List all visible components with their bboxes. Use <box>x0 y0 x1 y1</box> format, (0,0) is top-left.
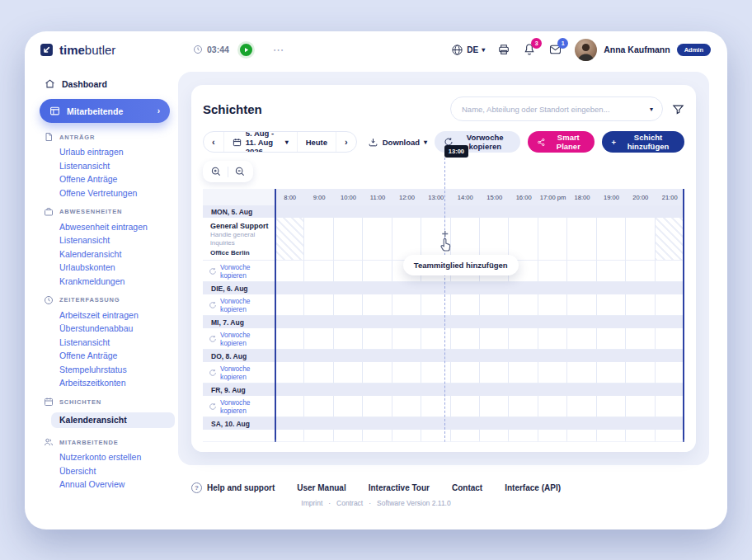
shift-cell[interactable] <box>304 328 333 350</box>
shift-cell[interactable] <box>567 396 596 417</box>
shift-cell[interactable] <box>626 396 655 417</box>
shift-cell[interactable] <box>363 396 392 417</box>
shift-cell[interactable] <box>275 294 304 316</box>
shift-cell[interactable] <box>597 261 626 282</box>
shift-cell[interactable] <box>421 396 450 417</box>
copy-previous-week-link[interactable]: Vorwoche kopieren <box>203 362 275 384</box>
contact-link[interactable]: Contact <box>452 483 482 492</box>
shift-cell[interactable] <box>626 294 655 316</box>
shift-cell[interactable] <box>304 430 333 442</box>
shift-cell[interactable] <box>509 218 538 261</box>
zoom-in-icon[interactable] <box>204 161 228 182</box>
search-input[interactable] <box>460 104 645 115</box>
copy-previous-week-link[interactable]: Vorwoche kopieren <box>203 261 275 282</box>
chevron-down-icon[interactable]: ▾ <box>650 106 653 113</box>
shift-cell[interactable] <box>597 430 626 442</box>
next-week-button[interactable]: › <box>336 132 356 152</box>
shift-cell[interactable] <box>363 430 392 442</box>
smart-planner-button[interactable]: Smart Planer <box>528 131 595 153</box>
shift-cell[interactable] <box>597 294 626 316</box>
shift-cell[interactable] <box>480 362 509 384</box>
shift-cell[interactable] <box>509 430 538 442</box>
sidebar-item-kalenderansicht-abwesenheiten[interactable]: Kalenderansicht <box>59 250 170 259</box>
shift-cell[interactable] <box>538 294 567 316</box>
sidebar-item-stempeluhrstatus[interactable]: Stempeluhrstatus <box>59 365 170 374</box>
shift-cell[interactable] <box>626 430 655 442</box>
shift-cell[interactable] <box>363 294 392 316</box>
shift-cell[interactable] <box>538 430 567 442</box>
shift-cell[interactable] <box>392 430 421 442</box>
shift-cell[interactable] <box>392 328 421 350</box>
sidebar-item-krankmeldungen[interactable]: Krankmeldungen <box>59 277 170 286</box>
shift-cell[interactable] <box>567 328 596 350</box>
filter-icon[interactable] <box>672 103 684 115</box>
shift-cell[interactable] <box>275 218 304 261</box>
shift-cell[interactable] <box>567 294 596 316</box>
shift-cell[interactable] <box>334 430 363 442</box>
shift-cell[interactable] <box>567 430 596 442</box>
shift-cell[interactable] <box>597 218 626 261</box>
copy-previous-week-link[interactable]: Vorwoche kopieren <box>203 396 275 417</box>
more-icon[interactable]: ⋯ <box>273 43 285 56</box>
shift-cell[interactable] <box>304 218 333 261</box>
messages-button[interactable]: 1 <box>548 43 562 56</box>
sidebar-item-listenansicht-antraege[interactable]: Listenansicht <box>59 162 170 171</box>
shift-cell[interactable] <box>656 218 684 261</box>
shift-cell[interactable] <box>304 396 333 417</box>
copy-previous-week-link[interactable]: Vorwoche kopieren <box>203 328 275 350</box>
brand-logo[interactable]: timebutler <box>40 43 170 57</box>
sidebar-item-abwesenheit-eintragen[interactable]: Abwesenheit eintragen <box>59 223 170 232</box>
shift-cell[interactable] <box>480 294 509 316</box>
shift-cell[interactable] <box>480 328 509 350</box>
shift-cell[interactable] <box>363 362 392 384</box>
sidebar-item-offene-antraege-zeit[interactable]: Offene Anträge <box>59 351 170 360</box>
sidebar-item-listenansicht-abwesenheiten[interactable]: Listenansicht <box>59 236 170 245</box>
shift-cell[interactable] <box>275 328 304 350</box>
shift-cell[interactable] <box>421 362 450 384</box>
sidebar-item-arbeitszeitkonten[interactable]: Arbeitszeitkonten <box>59 379 170 388</box>
sidebar-item-mitarbeitende[interactable]: Mitarbeitende › <box>40 99 170 123</box>
interactive-tour-link[interactable]: Interactive Tour <box>369 483 430 492</box>
shift-cell[interactable] <box>334 362 363 384</box>
shift-cell[interactable] <box>567 218 596 261</box>
sidebar-item-arbeitszeit-eintragen[interactable]: Arbeitszeit eintragen <box>59 311 170 320</box>
sidebar-item-kalenderansicht-schichten[interactable]: Kalenderansicht <box>51 412 175 428</box>
shift-cell[interactable] <box>451 294 480 316</box>
shift-cell[interactable] <box>304 261 333 282</box>
shift-cell[interactable] <box>597 328 626 350</box>
shift-cell[interactable] <box>626 328 655 350</box>
sidebar-item-offene-vertretungen[interactable]: Offene Vertretungen <box>59 189 170 198</box>
sidebar-item-nutzerkonto-erstellen[interactable]: Nutzerkonto erstellen <box>59 453 170 462</box>
shift-cell[interactable] <box>656 328 684 350</box>
shift-cell[interactable] <box>509 396 538 417</box>
shift-cell[interactable] <box>597 396 626 417</box>
shift-cell[interactable] <box>626 261 655 282</box>
sidebar-item-ueberstundenabbau[interactable]: Überstundenabbau <box>59 324 170 333</box>
date-range-selector[interactable]: 5. Aug - 11. Aug 2026 ▾ <box>223 132 297 152</box>
sidebar-item-listenansicht-zeit[interactable]: Listenansicht <box>59 338 170 347</box>
sidebar-item-urlaub-eintragen[interactable]: Urlaub eintragen <box>59 148 170 157</box>
today-button[interactable]: Heute <box>297 132 336 152</box>
timer-play-button[interactable] <box>237 41 255 59</box>
shift-cell[interactable] <box>451 328 480 350</box>
shift-cell[interactable] <box>421 430 450 442</box>
shift-cell[interactable] <box>509 362 538 384</box>
sidebar-item-offene-antraege[interactable]: Offene Anträge <box>59 175 170 184</box>
shift-cell[interactable] <box>304 362 333 384</box>
shift-cell[interactable] <box>597 362 626 384</box>
shift-cell[interactable] <box>538 218 567 261</box>
shift-cell[interactable] <box>334 218 363 261</box>
download-button[interactable]: Download ▾ <box>368 137 427 148</box>
shift-cell[interactable] <box>567 362 596 384</box>
shift-cell[interactable] <box>480 396 509 417</box>
shift-cell[interactable] <box>567 261 596 282</box>
shift-cell[interactable] <box>334 396 363 417</box>
shift-cell[interactable] <box>451 430 480 442</box>
shift-cell[interactable] <box>363 328 392 350</box>
shift-cell[interactable] <box>451 396 480 417</box>
shift-cell[interactable] <box>656 294 684 316</box>
shift-cell[interactable] <box>334 328 363 350</box>
shift-cell[interactable] <box>363 218 392 261</box>
prev-week-button[interactable]: ‹ <box>204 132 223 152</box>
sidebar-item-urlaubskonten[interactable]: Urlaubskonten <box>59 263 170 272</box>
